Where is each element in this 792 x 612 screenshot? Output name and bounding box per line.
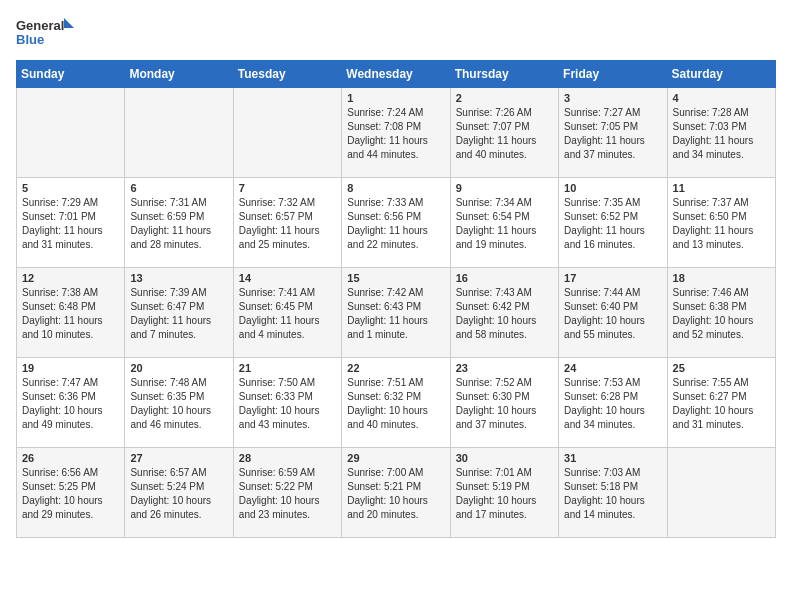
day-info: Sunrise: 7:51 AM Sunset: 6:32 PM Dayligh… xyxy=(347,376,444,432)
weekday-row: SundayMondayTuesdayWednesdayThursdayFrid… xyxy=(17,61,776,88)
calendar-cell xyxy=(125,88,233,178)
day-info: Sunrise: 7:33 AM Sunset: 6:56 PM Dayligh… xyxy=(347,196,444,252)
calendar-cell: 23Sunrise: 7:52 AM Sunset: 6:30 PM Dayli… xyxy=(450,358,558,448)
day-number: 1 xyxy=(347,92,444,104)
day-number: 7 xyxy=(239,182,336,194)
day-info: Sunrise: 7:32 AM Sunset: 6:57 PM Dayligh… xyxy=(239,196,336,252)
weekday-header-friday: Friday xyxy=(559,61,667,88)
day-info: Sunrise: 7:31 AM Sunset: 6:59 PM Dayligh… xyxy=(130,196,227,252)
day-info: Sunrise: 7:34 AM Sunset: 6:54 PM Dayligh… xyxy=(456,196,553,252)
day-number: 9 xyxy=(456,182,553,194)
calendar-cell: 13Sunrise: 7:39 AM Sunset: 6:47 PM Dayli… xyxy=(125,268,233,358)
day-number: 15 xyxy=(347,272,444,284)
calendar-cell: 18Sunrise: 7:46 AM Sunset: 6:38 PM Dayli… xyxy=(667,268,775,358)
day-number: 6 xyxy=(130,182,227,194)
week-row-5: 26Sunrise: 6:56 AM Sunset: 5:25 PM Dayli… xyxy=(17,448,776,538)
calendar-cell: 6Sunrise: 7:31 AM Sunset: 6:59 PM Daylig… xyxy=(125,178,233,268)
calendar-cell: 20Sunrise: 7:48 AM Sunset: 6:35 PM Dayli… xyxy=(125,358,233,448)
calendar-cell: 26Sunrise: 6:56 AM Sunset: 5:25 PM Dayli… xyxy=(17,448,125,538)
calendar-cell: 25Sunrise: 7:55 AM Sunset: 6:27 PM Dayli… xyxy=(667,358,775,448)
week-row-3: 12Sunrise: 7:38 AM Sunset: 6:48 PM Dayli… xyxy=(17,268,776,358)
calendar-cell: 12Sunrise: 7:38 AM Sunset: 6:48 PM Dayli… xyxy=(17,268,125,358)
calendar-cell: 28Sunrise: 6:59 AM Sunset: 5:22 PM Dayli… xyxy=(233,448,341,538)
calendar-cell: 9Sunrise: 7:34 AM Sunset: 6:54 PM Daylig… xyxy=(450,178,558,268)
calendar-cell: 29Sunrise: 7:00 AM Sunset: 5:21 PM Dayli… xyxy=(342,448,450,538)
day-number: 14 xyxy=(239,272,336,284)
day-number: 10 xyxy=(564,182,661,194)
day-info: Sunrise: 7:35 AM Sunset: 6:52 PM Dayligh… xyxy=(564,196,661,252)
day-number: 4 xyxy=(673,92,770,104)
day-number: 27 xyxy=(130,452,227,464)
calendar-cell: 8Sunrise: 7:33 AM Sunset: 6:56 PM Daylig… xyxy=(342,178,450,268)
calendar-cell: 17Sunrise: 7:44 AM Sunset: 6:40 PM Dayli… xyxy=(559,268,667,358)
week-row-1: 1Sunrise: 7:24 AM Sunset: 7:08 PM Daylig… xyxy=(17,88,776,178)
weekday-header-saturday: Saturday xyxy=(667,61,775,88)
day-info: Sunrise: 7:28 AM Sunset: 7:03 PM Dayligh… xyxy=(673,106,770,162)
calendar-cell: 7Sunrise: 7:32 AM Sunset: 6:57 PM Daylig… xyxy=(233,178,341,268)
day-number: 26 xyxy=(22,452,119,464)
svg-text:General: General xyxy=(16,18,64,33)
day-number: 29 xyxy=(347,452,444,464)
calendar-cell xyxy=(667,448,775,538)
day-number: 5 xyxy=(22,182,119,194)
day-number: 2 xyxy=(456,92,553,104)
calendar-cell: 4Sunrise: 7:28 AM Sunset: 7:03 PM Daylig… xyxy=(667,88,775,178)
day-info: Sunrise: 7:03 AM Sunset: 5:18 PM Dayligh… xyxy=(564,466,661,522)
day-number: 17 xyxy=(564,272,661,284)
day-info: Sunrise: 6:59 AM Sunset: 5:22 PM Dayligh… xyxy=(239,466,336,522)
calendar-cell xyxy=(233,88,341,178)
calendar-cell: 11Sunrise: 7:37 AM Sunset: 6:50 PM Dayli… xyxy=(667,178,775,268)
calendar-cell: 19Sunrise: 7:47 AM Sunset: 6:36 PM Dayli… xyxy=(17,358,125,448)
day-info: Sunrise: 6:57 AM Sunset: 5:24 PM Dayligh… xyxy=(130,466,227,522)
day-info: Sunrise: 7:55 AM Sunset: 6:27 PM Dayligh… xyxy=(673,376,770,432)
day-number: 21 xyxy=(239,362,336,374)
day-number: 13 xyxy=(130,272,227,284)
week-row-4: 19Sunrise: 7:47 AM Sunset: 6:36 PM Dayli… xyxy=(17,358,776,448)
day-number: 18 xyxy=(673,272,770,284)
page-header: GeneralBlue xyxy=(16,16,776,52)
day-info: Sunrise: 7:44 AM Sunset: 6:40 PM Dayligh… xyxy=(564,286,661,342)
day-info: Sunrise: 7:42 AM Sunset: 6:43 PM Dayligh… xyxy=(347,286,444,342)
calendar-cell: 3Sunrise: 7:27 AM Sunset: 7:05 PM Daylig… xyxy=(559,88,667,178)
day-info: Sunrise: 7:37 AM Sunset: 6:50 PM Dayligh… xyxy=(673,196,770,252)
day-info: Sunrise: 7:01 AM Sunset: 5:19 PM Dayligh… xyxy=(456,466,553,522)
calendar-cell: 15Sunrise: 7:42 AM Sunset: 6:43 PM Dayli… xyxy=(342,268,450,358)
day-info: Sunrise: 7:00 AM Sunset: 5:21 PM Dayligh… xyxy=(347,466,444,522)
day-info: Sunrise: 7:39 AM Sunset: 6:47 PM Dayligh… xyxy=(130,286,227,342)
day-number: 8 xyxy=(347,182,444,194)
svg-marker-2 xyxy=(64,18,74,28)
week-row-2: 5Sunrise: 7:29 AM Sunset: 7:01 PM Daylig… xyxy=(17,178,776,268)
calendar-cell: 27Sunrise: 6:57 AM Sunset: 5:24 PM Dayli… xyxy=(125,448,233,538)
calendar-cell xyxy=(17,88,125,178)
calendar-cell: 30Sunrise: 7:01 AM Sunset: 5:19 PM Dayli… xyxy=(450,448,558,538)
calendar-body: 1Sunrise: 7:24 AM Sunset: 7:08 PM Daylig… xyxy=(17,88,776,538)
calendar-cell: 21Sunrise: 7:50 AM Sunset: 6:33 PM Dayli… xyxy=(233,358,341,448)
day-info: Sunrise: 7:43 AM Sunset: 6:42 PM Dayligh… xyxy=(456,286,553,342)
weekday-header-monday: Monday xyxy=(125,61,233,88)
day-info: Sunrise: 7:48 AM Sunset: 6:35 PM Dayligh… xyxy=(130,376,227,432)
day-info: Sunrise: 7:50 AM Sunset: 6:33 PM Dayligh… xyxy=(239,376,336,432)
weekday-header-wednesday: Wednesday xyxy=(342,61,450,88)
svg-text:Blue: Blue xyxy=(16,32,44,47)
day-info: Sunrise: 7:53 AM Sunset: 6:28 PM Dayligh… xyxy=(564,376,661,432)
day-info: Sunrise: 7:29 AM Sunset: 7:01 PM Dayligh… xyxy=(22,196,119,252)
day-number: 24 xyxy=(564,362,661,374)
day-number: 22 xyxy=(347,362,444,374)
day-info: Sunrise: 7:52 AM Sunset: 6:30 PM Dayligh… xyxy=(456,376,553,432)
day-number: 23 xyxy=(456,362,553,374)
calendar-cell: 5Sunrise: 7:29 AM Sunset: 7:01 PM Daylig… xyxy=(17,178,125,268)
day-info: Sunrise: 6:56 AM Sunset: 5:25 PM Dayligh… xyxy=(22,466,119,522)
day-number: 25 xyxy=(673,362,770,374)
day-number: 30 xyxy=(456,452,553,464)
day-info: Sunrise: 7:47 AM Sunset: 6:36 PM Dayligh… xyxy=(22,376,119,432)
weekday-header-tuesday: Tuesday xyxy=(233,61,341,88)
day-number: 12 xyxy=(22,272,119,284)
calendar-table: SundayMondayTuesdayWednesdayThursdayFrid… xyxy=(16,60,776,538)
day-info: Sunrise: 7:27 AM Sunset: 7:05 PM Dayligh… xyxy=(564,106,661,162)
day-number: 28 xyxy=(239,452,336,464)
calendar-cell: 1Sunrise: 7:24 AM Sunset: 7:08 PM Daylig… xyxy=(342,88,450,178)
logo: GeneralBlue xyxy=(16,16,76,52)
calendar-cell: 24Sunrise: 7:53 AM Sunset: 6:28 PM Dayli… xyxy=(559,358,667,448)
day-number: 3 xyxy=(564,92,661,104)
calendar-header: SundayMondayTuesdayWednesdayThursdayFrid… xyxy=(17,61,776,88)
